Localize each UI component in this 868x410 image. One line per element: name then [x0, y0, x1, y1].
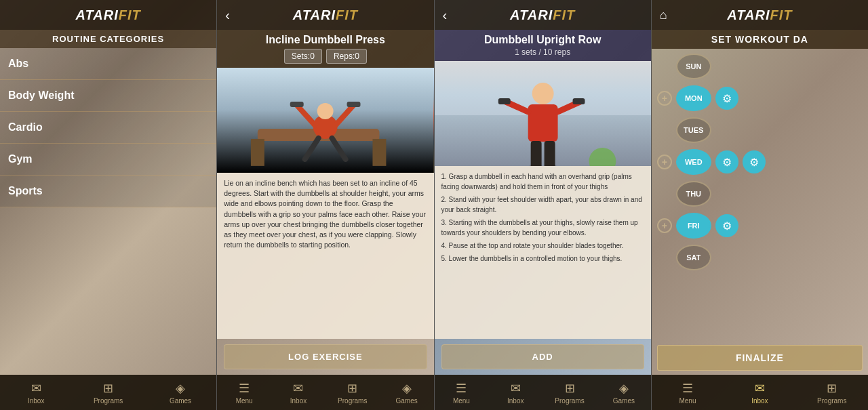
day-label-fri[interactable]: FRI: [676, 213, 711, 239]
panel4-bottom-nav: ☰ Menu ✉ Inbox ⊞ Programs: [652, 375, 868, 410]
nav-games-2[interactable]: ◈ Games: [391, 381, 422, 405]
nav-programs-3[interactable]: ⊞ Programs: [555, 381, 585, 405]
svg-rect-20: [530, 141, 541, 166]
day-label-wed[interactable]: WED: [676, 149, 711, 175]
svg-point-5: [317, 103, 334, 119]
fri-gear-1[interactable]: ⚙: [715, 214, 738, 237]
back-button-3[interactable]: ‹: [443, 7, 448, 23]
day-label-sat[interactable]: SAT: [676, 245, 711, 270]
svg-rect-3: [373, 139, 387, 166]
day-row-mon: + MON ⚙: [657, 83, 863, 113]
logo-atari-4: ATARI: [727, 7, 770, 22]
day-row-fri: + FRI ⚙: [657, 211, 863, 241]
nav-inbox[interactable]: ✉ Inbox: [21, 381, 52, 405]
exercise3-header-block: Dumbbell Upright Row 1 sets / 10 reps: [435, 30, 651, 61]
nav-programs-2[interactable]: ⊞ Programs: [337, 381, 368, 405]
panel3-header: ‹ ATARIFIT: [435, 0, 651, 30]
logo-fit-2: FIT: [336, 7, 358, 22]
add-button[interactable]: ADD: [441, 344, 644, 369]
svg-rect-19: [572, 98, 585, 104]
panel4-header: ⌂ ATARIFIT: [652, 0, 868, 30]
mon-plus[interactable]: +: [657, 91, 672, 106]
day-row-wed: + WED ⚙ ⚙: [657, 147, 863, 177]
nav-menu-2[interactable]: ☰ Menu: [229, 381, 260, 405]
panel1-bottom-nav: ✉ Inbox ⊞ Programs ◈ Games: [0, 375, 216, 410]
day-label-tues[interactable]: TUES: [676, 117, 711, 143]
games-icon: ◈: [176, 381, 185, 396]
wed-plus[interactable]: +: [657, 155, 672, 169]
panel-incline-dumbbell: ‹ ATARIFIT Incline Dumbbell Press Sets:0…: [217, 0, 434, 410]
nav-menu-label-2: Menu: [236, 397, 253, 405]
nav-menu-4[interactable]: ☰ Menu: [672, 381, 703, 405]
menu-icon-4: ☰: [682, 381, 693, 396]
categories-list: Abs Body Weight Cardio Gym Sports: [0, 48, 216, 375]
nav-menu-3[interactable]: ☰ Menu: [446, 381, 477, 405]
nav-games-label-2: Games: [395, 397, 417, 405]
nav-programs[interactable]: ⊞ Programs: [93, 381, 123, 405]
exercise-svg-1: [217, 68, 433, 173]
category-cardio[interactable]: Cardio: [0, 112, 216, 144]
panel1-header: ATARIFIT: [0, 0, 216, 30]
programs-icon-2: ⊞: [347, 381, 357, 396]
logo-fit: FIT: [119, 7, 141, 22]
day-label-mon[interactable]: MON: [676, 85, 711, 111]
exercise2-header: Incline Dumbbell Press Sets:0 Reps:0: [217, 30, 433, 68]
step-4: 4. Pause at the top and rotate your shou…: [441, 241, 644, 251]
logo-fit-4: FIT: [770, 7, 792, 22]
panel3-bottom-nav: ☰ Menu ✉ Inbox ⊞ Programs ◈ Games: [435, 375, 651, 410]
svg-rect-18: [498, 98, 510, 104]
day-label-thu[interactable]: THU: [676, 181, 711, 207]
panel2-bottom-nav: ☰ Menu ✉ Inbox ⊞ Programs ◈ Games: [217, 375, 433, 410]
nav-inbox-3[interactable]: ✉ Inbox: [500, 381, 531, 405]
day-row-sun: + SUN: [657, 52, 863, 81]
finalize-button[interactable]: FINALIZE: [657, 345, 863, 371]
logo-atari-2: ATARI: [293, 7, 336, 22]
svg-rect-21: [544, 141, 555, 166]
category-gym[interactable]: Gym: [0, 144, 216, 176]
panel2-logo: ATARIFIT: [293, 7, 358, 23]
exercise-steps: 1. Grasp a dumbbell in each hand with an…: [435, 166, 651, 339]
wed-gear-2[interactable]: ⚙: [743, 150, 766, 173]
days-section-title: SET WORKOUT DA: [652, 30, 868, 49]
category-sports[interactable]: Sports: [0, 176, 216, 207]
log-exercise-button[interactable]: LOG EXERCISE: [224, 344, 427, 369]
nav-inbox-2[interactable]: ✉ Inbox: [283, 381, 313, 405]
mon-gear-1[interactable]: ⚙: [715, 87, 738, 110]
fri-plus[interactable]: +: [657, 218, 672, 233]
category-bodyweight[interactable]: Body Weight: [0, 80, 216, 112]
games-icon-2: ◈: [402, 381, 412, 396]
nav-programs-4[interactable]: ⊞ Programs: [816, 381, 847, 405]
nav-inbox-label-3: Inbox: [507, 397, 524, 405]
back-button[interactable]: ‹: [225, 7, 230, 23]
step-2: 2. Stand with your feet shoulder width a…: [441, 194, 644, 215]
exercise2-title: Dumbbell Upright Row: [441, 34, 644, 46]
panel4-logo: ATARIFIT: [727, 7, 792, 23]
reps-value: 0: [355, 52, 359, 61]
nav-programs-label-4: Programs: [817, 397, 846, 405]
games-icon-3: ◈: [619, 381, 629, 396]
category-abs[interactable]: Abs: [0, 48, 216, 80]
days-list: + SUN + MON ⚙ + TUES + WED ⚙ ⚙: [652, 49, 868, 341]
reps-label: Reps:: [334, 52, 355, 61]
nav-inbox-4[interactable]: ✉ Inbox: [745, 381, 775, 405]
exercise2-subtitle: 1 sets / 10 reps: [441, 47, 644, 57]
wed-gear-1[interactable]: ⚙: [715, 150, 738, 173]
nav-menu-label-4: Menu: [679, 397, 696, 405]
panel-routine-categories: ATARIFIT ROUTINE CATEGORIES Abs Body Wei…: [0, 0, 217, 410]
logo-fit-3: FIT: [553, 7, 575, 22]
inbox-icon-4: ✉: [755, 381, 765, 396]
step-5: 5. Lower the dumbbells in a controlled m…: [441, 253, 644, 264]
svg-rect-2: [251, 139, 264, 166]
menu-icon-3: ☰: [456, 381, 467, 396]
exercise-description: Lie on an incline bench which has been s…: [217, 173, 433, 339]
nav-games[interactable]: ◈ Games: [165, 381, 196, 405]
inbox-icon: ✉: [31, 381, 41, 396]
panel1-logo: ATARIFIT: [76, 7, 141, 23]
nav-games-3[interactable]: ◈ Games: [608, 381, 639, 405]
nav-inbox-label-4: Inbox: [751, 397, 768, 405]
nav-programs-label-3: Programs: [555, 397, 584, 405]
home-icon[interactable]: ⌂: [660, 8, 667, 22]
day-row-thu: + THU: [657, 179, 863, 209]
exercise-svg-2: [435, 61, 651, 166]
day-label-sun[interactable]: SUN: [676, 54, 711, 79]
